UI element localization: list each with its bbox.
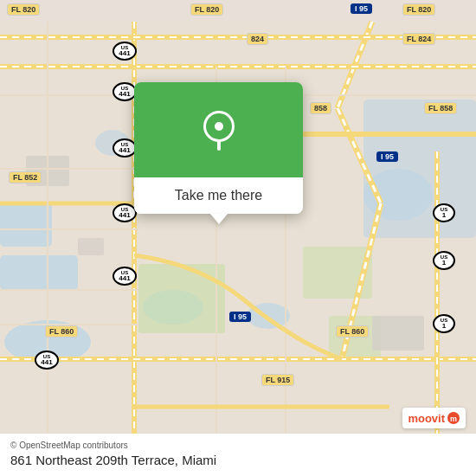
badge-fl858-2: FL 858 [424,102,457,114]
popup-arrow [210,214,228,224]
badge-fl858-1: 858 [310,102,331,114]
badge-us1-3: US1 [433,314,455,333]
road-badges-layer: FL 820 FL 820 FL 820 I 95 I 95 I 95 US44… [0,0,476,476]
badge-us441-3: US441 [113,138,137,158]
moovit-icon: m [447,411,460,425]
badge-fl852: FL 852 [9,171,42,183]
badge-i95-2: I 95 [376,151,398,162]
badge-fl824-2: FL 824 [402,33,435,45]
badge-fl915: FL 915 [261,374,294,386]
badge-us441-5: US441 [113,267,137,286]
svg-text:m: m [450,415,457,423]
location-pin-icon [203,111,235,149]
popup-card: Take me there [134,82,303,214]
badge-i95-1: I 95 [351,3,372,14]
moovit-label: moovit [408,412,445,425]
badge-fl860-2: FL 860 [336,325,369,338]
badge-us441-2: US441 [113,82,137,101]
bottom-info-bar: © OpenStreetMap contributors 861 Northea… [0,434,476,476]
badge-fl820-1: FL 820 [7,3,40,16]
badge-fl820-2: FL 820 [190,3,223,16]
badge-us441-4: US441 [113,203,137,222]
badge-fl824-1: 824 [247,33,268,45]
take-me-there-button[interactable]: Take me there [134,177,303,214]
badge-i95-3: I 95 [229,312,251,322]
map-container: FL 820 FL 820 FL 820 I 95 I 95 I 95 US44… [0,0,476,476]
moovit-logo: moovit m [402,408,466,428]
location-address: 861 Northeast 209th Terrace, Miami [10,453,466,467]
badge-fl860-1: FL 860 [45,325,78,338]
map-attribution: © OpenStreetMap contributors [10,441,466,450]
popup-map-preview [134,82,303,177]
badge-us1-1: US1 [433,203,455,222]
badge-fl820-3: FL 820 [402,3,435,16]
badge-us441-1: US441 [113,42,137,61]
badge-us1-2: US1 [433,251,455,270]
badge-us441-6: US441 [35,351,59,370]
